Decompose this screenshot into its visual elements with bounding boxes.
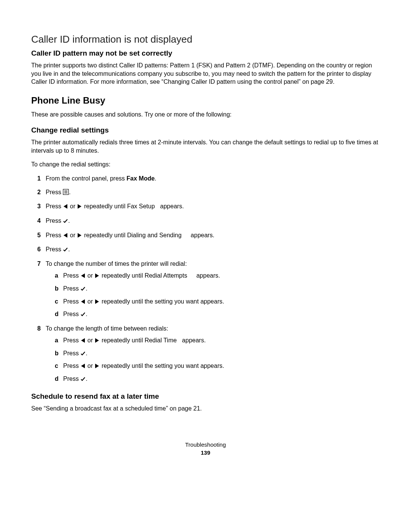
svg-marker-7 — [78, 233, 81, 238]
right-arrow-icon — [94, 297, 100, 307]
step-text: Press — [63, 311, 80, 317]
paragraph-schedule: See “Sending a broadcast fax at a schedu… — [31, 404, 380, 413]
step-text: Press — [46, 189, 63, 195]
left-arrow-icon — [80, 336, 86, 346]
menu-icon — [63, 188, 69, 198]
step-text: repeatedly until the setting you want ap… — [100, 298, 224, 305]
svg-marker-9 — [95, 273, 99, 278]
subheading-change-redial: Change redial settings — [31, 126, 380, 134]
check-icon — [80, 284, 86, 294]
page-number: 139 — [0, 449, 411, 456]
step-text: . — [68, 217, 70, 224]
right-arrow-icon — [77, 231, 82, 241]
step-text: . — [155, 175, 156, 182]
step-4: 4 Press . — [37, 216, 380, 227]
step-text: Press — [46, 217, 63, 224]
svg-marker-11 — [95, 299, 99, 304]
svg-marker-15 — [95, 364, 99, 368]
step-text: Press — [63, 375, 80, 382]
step-text: Press — [63, 298, 80, 305]
step-text: . — [86, 375, 87, 382]
svg-marker-4 — [64, 204, 67, 209]
step-7: 7 To change the number of times the prin… — [37, 259, 380, 320]
step-text: repeatedly until Dialing and Sending — [82, 232, 182, 238]
step-text: Press — [63, 285, 80, 292]
svg-marker-13 — [95, 338, 99, 343]
substeps-7: a Press or repeatedly until Redial Attem… — [46, 271, 380, 320]
right-arrow-icon — [94, 272, 100, 281]
svg-marker-12 — [81, 338, 85, 343]
step-text: repeatedly until Fax Setup — [82, 203, 155, 209]
substeps-8: a Press or repeatedly until Redial Timea… — [46, 335, 380, 384]
step-text: Press — [63, 363, 80, 369]
fax-mode-label: Fax Mode — [127, 175, 155, 182]
step-1: 1 From the control panel, press Fax Mode… — [37, 174, 380, 184]
step-text: Press — [63, 337, 80, 343]
step-7d: d Press . — [55, 309, 380, 320]
paragraph-caller-pattern: The printer supports two distinct Caller… — [31, 61, 380, 86]
svg-marker-8 — [81, 273, 85, 278]
right-arrow-icon — [77, 202, 82, 212]
left-arrow-icon — [80, 362, 86, 372]
step-2: 2 Press . — [37, 187, 380, 198]
step-text: . — [86, 311, 87, 317]
subheading-schedule: Schedule to resend fax at a later time — [31, 392, 380, 401]
left-arrow-icon — [80, 272, 86, 281]
step-text: appears. — [182, 337, 206, 343]
step-text: or — [86, 298, 94, 305]
heading-phone-line-busy: Phone Line Busy — [31, 95, 380, 106]
step-text: repeatedly until Redial Time — [100, 337, 177, 343]
step-text: or — [68, 232, 77, 238]
step-8d: d Press . — [55, 374, 380, 385]
step-7a: a Press or repeatedly until Redial Attem… — [55, 271, 380, 281]
left-arrow-icon — [63, 202, 68, 212]
svg-marker-14 — [81, 364, 85, 368]
left-arrow-icon — [80, 297, 86, 307]
document-page: Caller ID information is not displayed C… — [0, 0, 411, 412]
step-8c: c Press or repeatedly until the setting … — [55, 361, 380, 372]
step-text: Press — [46, 203, 63, 209]
step-text: . — [68, 246, 70, 252]
step-text: repeatedly until Redial Attempts — [100, 272, 187, 279]
step-text: Press — [46, 232, 63, 238]
step-8a: a Press or repeatedly until Redial Timea… — [55, 335, 380, 346]
heading-caller-id: Caller ID information is not displayed — [31, 34, 380, 45]
step-7c: c Press or repeatedly until the setting … — [55, 297, 380, 307]
step-text: . — [86, 350, 87, 356]
paragraph-redial-desc: The printer automatically redials three … — [31, 138, 380, 155]
step-8b: b Press . — [55, 348, 380, 359]
step-6: 6 Press . — [37, 244, 380, 255]
right-arrow-icon — [94, 362, 100, 372]
paragraph-to-change: To change the redial settings: — [31, 160, 380, 169]
step-text: Press — [63, 272, 80, 279]
step-text: repeatedly until the setting you want ap… — [100, 363, 224, 369]
step-text: Press — [46, 246, 63, 252]
subheading-caller-pattern: Caller ID pattern may not be set correct… — [31, 49, 380, 58]
step-text: . — [86, 285, 87, 292]
step-text: or — [68, 203, 77, 209]
svg-marker-10 — [81, 299, 85, 304]
step-text: appears. — [196, 272, 220, 279]
step-text: or — [86, 337, 94, 343]
footer-section-label: Troubleshooting — [0, 441, 411, 448]
svg-marker-5 — [78, 204, 81, 209]
step-7b: b Press . — [55, 284, 380, 294]
step-text: appears. — [160, 203, 184, 209]
left-arrow-icon — [63, 231, 68, 241]
step-text: . — [69, 189, 70, 195]
right-arrow-icon — [94, 336, 100, 346]
step-text: To change the length of time between red… — [46, 325, 168, 332]
check-icon — [80, 349, 86, 359]
paragraph-causes: These are possible causes and solutions.… — [31, 110, 380, 119]
ordered-steps: 1 From the control panel, press Fax Mode… — [31, 174, 380, 385]
check-icon — [63, 245, 68, 255]
page-footer: Troubleshooting 139 — [0, 441, 411, 456]
check-icon — [80, 375, 86, 385]
step-text: To change the number of times the printe… — [46, 260, 187, 267]
step-8: 8 To change the length of time between r… — [37, 324, 380, 385]
svg-marker-6 — [64, 233, 67, 238]
step-text: or — [86, 272, 94, 279]
step-text: Press — [63, 350, 80, 356]
check-icon — [63, 217, 68, 227]
step-3: 3 Press or repeatedly until Fax Setupapp… — [37, 201, 380, 212]
